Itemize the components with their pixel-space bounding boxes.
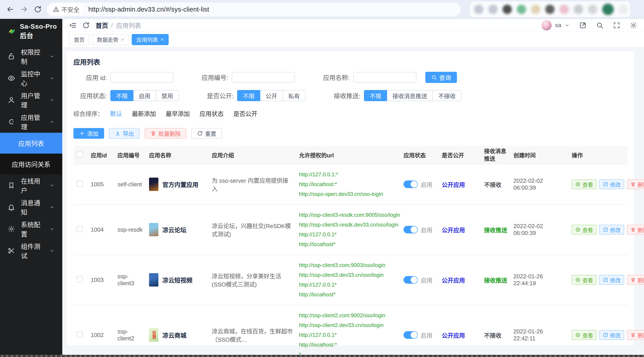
extension-icon[interactable]	[574, 5, 583, 14]
status-toggle[interactable]	[404, 276, 418, 284]
extension-icon[interactable]	[517, 5, 526, 14]
status-label: 启用	[421, 276, 432, 284]
sidebar-subitem-client-list[interactable]: 应用列表	[0, 133, 62, 154]
extension-icon[interactable]	[531, 5, 540, 14]
chevron-down-icon	[50, 75, 55, 81]
browser-forward-button[interactable]	[19, 4, 29, 14]
search-form: 应用 id: 应用编号: 应用名称: 查询	[74, 72, 628, 83]
lock-icon	[8, 53, 15, 60]
collapse-sidebar-icon[interactable]	[69, 21, 76, 29]
app-code-input[interactable]	[232, 72, 295, 83]
tab-1[interactable]: 首页	[69, 34, 90, 45]
delete-button[interactable]: 删除	[627, 275, 644, 285]
sidebar-item-users[interactable]: 用户管理	[0, 89, 62, 111]
allowed-url: http://127.0.0.1*	[299, 230, 397, 239]
sort-option[interactable]: 最新添加	[132, 109, 156, 118]
filter-option[interactable]: 启用	[133, 90, 156, 101]
breadcrumb: 首页 / 应用列表	[96, 21, 141, 30]
fullscreen-icon[interactable]	[613, 21, 620, 29]
edit-button[interactable]: 修改	[599, 179, 624, 189]
sidebar-subitem-access-relation[interactable]: 应用访问关系	[0, 154, 62, 174]
tab-close-icon[interactable]: ×	[160, 36, 164, 43]
user-avatar[interactable]	[542, 20, 552, 30]
app-id-input[interactable]	[110, 72, 174, 83]
sort-option[interactable]: 最早添加	[166, 109, 190, 118]
tab-3[interactable]: 应用列表×	[132, 34, 168, 45]
sidebar-item-label: 应用管理	[21, 112, 44, 131]
allowed-url: http://ssp-client2.dev33.cn/sso/login	[299, 320, 397, 330]
delete-button[interactable]: 删除	[627, 330, 644, 340]
add-button[interactable]: 添加	[74, 128, 104, 139]
allowed-url: http://ssp-client3.dev33.cn/sso/login	[299, 270, 397, 280]
edit-button[interactable]: 修改	[599, 225, 624, 235]
view-button[interactable]: 查看	[572, 275, 596, 285]
address-bar[interactable]: 不安全 http://ssp-admin.dev33.cn/#/sys-clie…	[47, 2, 460, 16]
browser-back-button[interactable]	[5, 4, 15, 14]
filter-option[interactable]: 不限	[364, 90, 387, 101]
row-checkbox[interactable]	[76, 181, 83, 187]
sort-option[interactable]: 默认	[110, 109, 122, 118]
extension-icon[interactable]	[488, 5, 498, 14]
batch-delete-button[interactable]: 批量删除	[144, 128, 186, 139]
extension-icon[interactable]	[474, 5, 484, 14]
extension-icon[interactable]	[560, 5, 569, 14]
filter-option[interactable]: 接收消息推送	[386, 90, 433, 101]
delete-button[interactable]: 删除	[627, 225, 644, 235]
select-all-checkbox[interactable]	[76, 151, 83, 157]
view-button[interactable]: 查看	[572, 179, 596, 189]
settings-gear-icon[interactable]	[630, 21, 637, 29]
row-checkbox[interactable]	[76, 226, 83, 232]
filter-option[interactable]: 不限	[110, 90, 134, 101]
extension-icon[interactable]	[502, 5, 512, 14]
edit-note-icon[interactable]	[579, 21, 586, 29]
table-header-row: 应用id 应用编号 应用名称 应用介绍 允许授权的url 应用状态 是否公开 接…	[74, 146, 628, 164]
refresh-icon[interactable]	[82, 21, 90, 29]
sidebar-item-apps[interactable]: 应用管理	[0, 111, 62, 133]
tab-2[interactable]: 数据走势×	[92, 34, 129, 45]
view-button[interactable]: 查看	[572, 330, 596, 340]
sidebar-item-notifications[interactable]: 消息通知	[0, 196, 62, 218]
edit-button[interactable]: 修改	[599, 330, 624, 340]
export-button[interactable]: 导出	[109, 128, 140, 139]
extension-icon[interactable]	[588, 5, 597, 14]
status-toggle[interactable]	[404, 226, 418, 233]
sidebar-subitem-label: 应用列表	[18, 138, 44, 148]
extension-icon[interactable]	[602, 3, 614, 15]
view-button[interactable]: 查看	[572, 225, 596, 235]
app-thumbnail	[149, 273, 158, 287]
tab-close-icon[interactable]: ×	[121, 36, 124, 43]
sidebar-item-component-test[interactable]: 组件测试	[0, 240, 62, 262]
search-icon[interactable]	[596, 21, 604, 29]
status-toggle[interactable]	[404, 181, 418, 188]
extension-icon[interactable]	[619, 5, 628, 14]
row-checkbox[interactable]	[76, 276, 83, 282]
row-checkbox[interactable]	[76, 331, 83, 338]
status-toggle[interactable]	[404, 331, 418, 339]
breadcrumb-current: 应用列表	[116, 21, 141, 30]
browser-reload-button[interactable]	[33, 4, 43, 14]
filter-option[interactable]: 不接收	[432, 90, 461, 101]
query-button[interactable]: 查询	[425, 72, 457, 83]
sidebar-item-online-users[interactable]: 在线用户	[0, 174, 62, 196]
filter-option[interactable]: 公开	[260, 90, 283, 101]
app-name-input[interactable]	[353, 72, 416, 83]
sidebar-item-permission[interactable]: 权限控制	[0, 45, 62, 67]
filter-option[interactable]: 不限	[237, 90, 260, 101]
allowed-url: http://localhost*	[299, 290, 397, 300]
extension-icon[interactable]	[545, 5, 554, 14]
chevron-down-icon[interactable]	[564, 23, 570, 28]
sort-option[interactable]: 是否公开	[233, 109, 258, 118]
username[interactable]: sa	[555, 22, 561, 29]
sidebar-item-system-config[interactable]: 系统配置	[0, 218, 62, 240]
reset-button[interactable]: 重置	[191, 128, 222, 139]
security-badge[interactable]: 不安全	[48, 4, 84, 15]
sidebar-item-monitor[interactable]: 监控中心	[0, 67, 62, 89]
allowed-url: http://127.0.0.1*	[299, 330, 397, 340]
sort-option[interactable]: 应用状态	[200, 109, 224, 118]
allowed-url: http://localhost:*	[299, 340, 397, 350]
delete-button[interactable]: 删除	[627, 179, 644, 189]
filter-option[interactable]: 禁用	[156, 90, 179, 101]
edit-button[interactable]: 修改	[599, 275, 624, 285]
breadcrumb-home[interactable]: 首页	[96, 21, 108, 30]
filter-option[interactable]: 私有	[282, 90, 306, 101]
